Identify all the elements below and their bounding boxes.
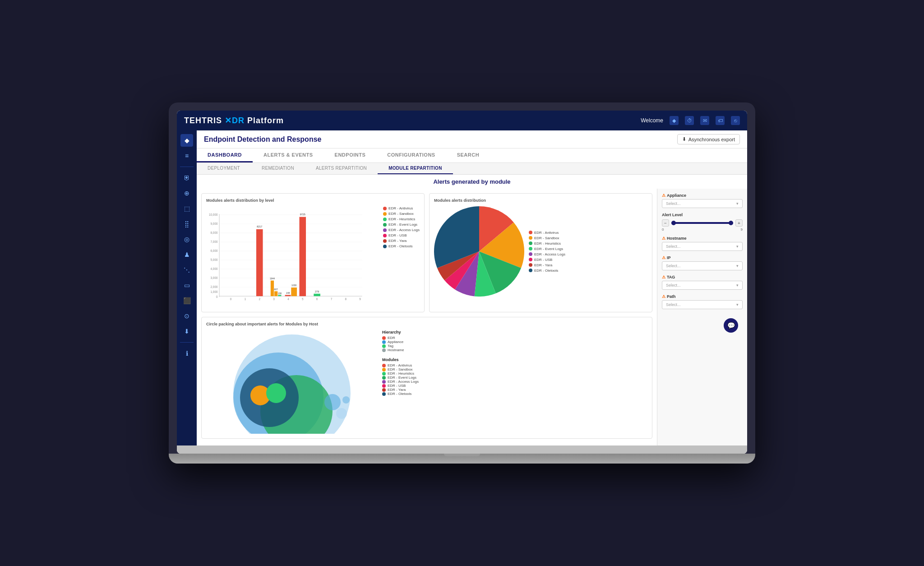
- legend-dot-sandbox: [383, 212, 387, 216]
- sidebar-icon-target[interactable]: ◎: [180, 233, 193, 246]
- sidebar-icon-shield[interactable]: ⛨: [180, 172, 193, 184]
- legend-item: EDR - Antivirus: [383, 206, 420, 210]
- modules-legend: Modules EDR - Antivirus EDR - Sandbox: [382, 357, 419, 396]
- export-icon: ⬇: [682, 136, 686, 142]
- sidebar-icon-download[interactable]: ⬇: [180, 325, 193, 338]
- ip-select[interactable]: Select... ▾: [662, 261, 743, 270]
- charts-row-1: Modules alerts distribution by level 10,…: [201, 193, 652, 312]
- circle-packing-inner: Hierarchy EDR Appliance: [206, 330, 647, 434]
- svg-point-56: [342, 396, 350, 404]
- tab-endpoints[interactable]: ENDPOINTS: [324, 148, 377, 162]
- pie-chart-svg: [434, 206, 524, 297]
- svg-text:7: 7: [331, 297, 333, 301]
- pie-legend-item: EDR - Heuristics: [529, 241, 565, 246]
- filter-ip: ⚠ IP Select... ▾: [662, 255, 743, 270]
- pie-legend-item: EDR - Oletools: [529, 269, 565, 273]
- export-button[interactable]: ⬇ Asynchronous export: [677, 134, 740, 144]
- filter-tag: ⚠ TAG Select... ▾: [662, 275, 743, 290]
- nav-tabs: DASHBOARD ALERTS & EVENTS ENDPOINTS CONF…: [197, 148, 747, 163]
- subtab-deployment[interactable]: DEPLOYMENT: [197, 163, 251, 174]
- legend-item: EDR - Yara: [383, 239, 420, 243]
- subtab-module-repartition[interactable]: MODULE REPARTITION: [378, 163, 453, 174]
- path-select[interactable]: Select... ▾: [662, 300, 743, 309]
- appliance-chevron-icon: ▾: [736, 201, 739, 206]
- sidebar-icon-network[interactable]: ⋱: [180, 264, 193, 276]
- pie-legend-item: EDR - Event Logs: [529, 247, 565, 251]
- appliance-select[interactable]: Select... ▾: [662, 199, 743, 208]
- sidebar-icon-chart[interactable]: ⬛: [180, 294, 193, 307]
- tag-select[interactable]: Select... ▾: [662, 281, 743, 290]
- svg-text:2: 2: [259, 297, 260, 301]
- slider-increment[interactable]: +: [735, 219, 743, 227]
- sidebar-icon-monitor[interactable]: ▭: [180, 279, 193, 292]
- pie-legend-item: EDR - Sandbox: [529, 236, 565, 240]
- ip-label: ⚠ IP: [662, 255, 743, 260]
- tab-alerts[interactable]: ALERTS & EVENTS: [253, 148, 324, 162]
- bar-chart-title: Modules alerts distribution by level: [206, 198, 420, 203]
- sidebar-icon-device[interactable]: ⬚: [180, 202, 193, 215]
- sidebar-divider: [180, 167, 194, 167]
- svg-text:148: 148: [286, 292, 290, 294]
- pie-chart-card: Modules alerts distribution: [429, 193, 652, 312]
- pie-legend-item: EDR - Antivirus: [529, 231, 565, 235]
- tag-label: ⚠ TAG: [662, 275, 743, 279]
- slider-max-value: 9: [741, 227, 743, 232]
- tab-dashboard[interactable]: DASHBOARD: [197, 148, 253, 162]
- section-title: Alerts generated by module: [197, 175, 747, 189]
- legend-label-heuristics: EDR - Heuristics: [388, 217, 415, 221]
- svg-text:607: 607: [274, 288, 278, 291]
- legend-dot-usb: [383, 234, 387, 237]
- hierarchy-item-hostname: Hostname: [382, 348, 419, 352]
- path-warning-icon: ⚠: [662, 294, 665, 299]
- svg-rect-31: [256, 229, 263, 296]
- tag-icon[interactable]: 🏷: [716, 116, 725, 125]
- mail-icon[interactable]: ✉: [700, 116, 709, 125]
- legend-label-usb: EDR - USB: [388, 233, 407, 237]
- hostname-label: ⚠ Hostname: [662, 236, 743, 241]
- charts-area: Modules alerts distribution by level 10,…: [197, 189, 657, 445]
- svg-text:8217: 8217: [257, 225, 262, 228]
- svg-text:3,000: 3,000: [211, 276, 218, 279]
- logout-icon[interactable]: ⎋: [731, 116, 740, 125]
- filter-appliance: ⚠ Appliance Select... ▾: [662, 193, 743, 208]
- sidebar-icon-group[interactable]: ⣿: [180, 218, 193, 230]
- slider-track[interactable]: [671, 222, 733, 224]
- welcome-text: Welcome: [641, 117, 663, 124]
- sidebar-icon-globe[interactable]: ⊕: [180, 187, 193, 199]
- svg-point-55: [336, 408, 347, 419]
- slider-thumb-max[interactable]: [729, 221, 733, 225]
- tab-search[interactable]: SEARCH: [446, 148, 490, 162]
- hierarchy-legend: Hierarchy EDR Appliance: [382, 330, 419, 352]
- svg-text:0: 0: [216, 295, 218, 298]
- svg-rect-39: [285, 295, 291, 296]
- sidebar-icon-person[interactable]: ♟: [180, 248, 193, 261]
- svg-text:1030: 1030: [291, 284, 296, 287]
- legend-dot-antivirus: [383, 207, 387, 210]
- legend-item: EDR - Access Logs: [383, 228, 420, 232]
- svg-text:6,000: 6,000: [211, 249, 218, 252]
- subtab-alerts-repartition[interactable]: ALERTS REPARTITION: [305, 163, 378, 174]
- hostname-select[interactable]: Select... ▾: [662, 242, 743, 251]
- diamond-top-icon[interactable]: ◆: [670, 116, 679, 125]
- subtab-remediation[interactable]: REMEDIATION: [251, 163, 305, 174]
- slider-thumb-min[interactable]: [671, 221, 676, 225]
- svg-text:279: 279: [315, 290, 319, 293]
- legend-label-oletools: EDR - Oletools: [388, 244, 412, 248]
- sidebar-icon-settings[interactable]: ⊙: [180, 310, 193, 322]
- svg-text:1,000: 1,000: [211, 290, 218, 293]
- sub-tabs: DEPLOYMENT REMEDIATION ALERTS REPARTITIO…: [197, 163, 747, 175]
- path-label: ⚠ Path: [662, 294, 743, 299]
- sidebar-icon-menu[interactable]: ≡: [180, 149, 193, 162]
- alert-level-slider[interactable]: − +: [662, 219, 743, 227]
- svg-point-54: [324, 394, 341, 410]
- slider-decrement[interactable]: −: [662, 219, 669, 227]
- chat-button[interactable]: 💬: [724, 318, 738, 333]
- clock-icon[interactable]: ⏱: [685, 116, 694, 125]
- sidebar-icon-info[interactable]: ℹ: [180, 347, 193, 360]
- module-item-accesslogs: EDR - Access Logs: [382, 380, 419, 384]
- svg-text:3: 3: [273, 297, 275, 301]
- circle-legend-area: Hierarchy EDR Appliance: [382, 330, 419, 434]
- tab-configurations[interactable]: CONFIGURATIONS: [376, 148, 446, 162]
- sidebar-icon-diamond[interactable]: ◆: [180, 134, 193, 147]
- legend-item: EDR - Sandbox: [383, 212, 420, 216]
